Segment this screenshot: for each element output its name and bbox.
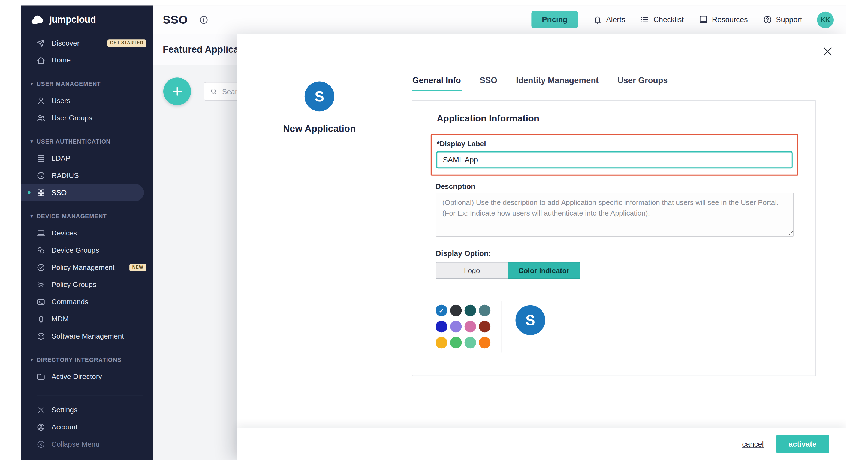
color-swatch[interactable] (436, 337, 447, 349)
color-swatch[interactable] (450, 321, 462, 332)
pricing-button[interactable]: Pricing (532, 11, 578, 28)
badge: GET STARTED (107, 39, 146, 47)
jumpcloud-cloud-icon (31, 14, 45, 26)
sidebar-item-policy-groups[interactable]: Policy Groups (21, 276, 153, 293)
sidebar-item-active-directory[interactable]: Active Directory (21, 368, 153, 385)
radius-icon (36, 171, 45, 179)
app-preview: S New Application (250, 81, 389, 135)
sidebar-item-label: Account (52, 423, 78, 431)
alerts-label: Alerts (606, 16, 625, 24)
modal-tabs: General InfoSSOIdentity ManagementUser G… (412, 72, 669, 91)
sidebar-item-label: Devices (52, 229, 77, 237)
search-icon (210, 87, 218, 96)
color-swatch[interactable] (479, 305, 490, 317)
sidebar-item-radius[interactable]: RADIUS (21, 167, 153, 184)
user-groups-icon (36, 113, 45, 122)
ldap-icon (36, 154, 45, 162)
sidebar-section-user-management[interactable]: ▾USER MANAGEMENT (21, 75, 153, 92)
support-button[interactable]: Support (763, 15, 802, 25)
sidebar-item-label: LDAP (52, 154, 70, 162)
app-window: jumpcloud DiscoverGET STARTEDHome▾USER M… (21, 5, 846, 460)
description-label: Description (436, 182, 475, 191)
sidebar-item-label: Active Directory (52, 372, 102, 381)
settings-icon (36, 405, 45, 414)
card-title: Application Information (437, 113, 539, 124)
display-label-group: *Display Label (431, 134, 798, 175)
sidebar-item-software-management[interactable]: Software Management (21, 327, 153, 345)
bell-icon (593, 15, 602, 25)
sidebar-item-label: MDM (52, 315, 69, 323)
sidebar-section-directory-integrations[interactable]: ▾DIRECTORY INTEGRATIONS (21, 351, 153, 368)
users-icon (36, 96, 45, 105)
sidebar-item-label: Users (52, 96, 70, 105)
resources-button[interactable]: Resources (699, 15, 748, 25)
description-textarea[interactable] (436, 193, 794, 237)
chevron-down-icon: ▾ (31, 138, 33, 144)
color-swatch[interactable] (436, 321, 447, 332)
sidebar-item-label: Policy Management (52, 263, 115, 271)
modal-footer: cancel activate (237, 428, 846, 460)
color-swatch[interactable] (465, 305, 476, 317)
sidebar-item-users[interactable]: Users (21, 92, 153, 109)
add-application-button[interactable] (163, 78, 191, 105)
color-swatch[interactable] (479, 321, 490, 332)
sidebar-item-label: SSO (52, 188, 67, 197)
sidebar-item-account[interactable]: Account (21, 418, 153, 435)
sidebar-item-collapse-menu[interactable]: Collapse Menu (21, 435, 153, 453)
sidebar-item-mdm[interactable]: MDM (21, 310, 153, 327)
support-label: Support (776, 16, 802, 24)
sidebar-section-user-authentication[interactable]: ▾USER AUTHENTICATION (21, 132, 153, 149)
sidebar-item-label: Collapse Menu (52, 440, 99, 448)
account-icon (36, 423, 45, 431)
policy-management-icon (36, 263, 45, 272)
badge: NEW (129, 264, 146, 271)
cancel-button[interactable]: cancel (742, 440, 764, 448)
user-avatar[interactable]: KK (817, 11, 834, 28)
alerts-button[interactable]: Alerts (593, 15, 625, 25)
sidebar-item-sso[interactable]: SSO (21, 184, 144, 201)
sidebar-bottom: SettingsAccountCollapse Menu (21, 396, 153, 460)
check-icon: ✓ (439, 307, 444, 314)
tab-identity-management[interactable]: Identity Management (516, 72, 599, 91)
chevron-down-icon: ▾ (31, 81, 33, 86)
color-indicator-option-button[interactable]: Color Indicator (507, 262, 580, 279)
brand-name: jumpcloud (49, 14, 96, 26)
tab-user-groups[interactable]: User Groups (617, 72, 669, 91)
sidebar-item-settings[interactable]: Settings (21, 401, 153, 418)
sidebar-item-ldap[interactable]: LDAP (21, 149, 153, 167)
sidebar-divider (36, 396, 143, 396)
sidebar-nav: DiscoverGET STARTEDHome▾USER MANAGEMENTU… (21, 34, 153, 396)
checklist-button[interactable]: Checklist (640, 15, 684, 25)
color-swatch[interactable] (450, 305, 462, 317)
sidebar-item-home[interactable]: Home (21, 52, 153, 69)
page-title: SSO (163, 13, 188, 26)
sidebar-item-user-groups[interactable]: User Groups (21, 109, 153, 126)
sidebar-item-device-groups[interactable]: Device Groups (21, 241, 153, 259)
app-icon: S (305, 81, 335, 111)
chevron-down-icon: ▾ (31, 213, 33, 219)
sidebar-section-device-management[interactable]: ▾DEVICE MANAGEMENT (21, 207, 153, 224)
color-swatch[interactable] (450, 337, 462, 349)
color-swatch[interactable] (465, 321, 476, 332)
display-label-input[interactable] (436, 151, 793, 168)
tab-general-info[interactable]: General Info (412, 72, 462, 91)
tab-sso[interactable]: SSO (479, 72, 498, 91)
color-swatch[interactable] (465, 337, 476, 349)
sidebar-item-label: Discover (52, 39, 80, 47)
color-swatch-grid: ✓ (436, 305, 490, 348)
brand-logo[interactable]: jumpcloud (21, 5, 153, 34)
close-button[interactable] (822, 46, 834, 58)
color-swatch[interactable] (479, 337, 490, 349)
activate-button[interactable]: activate (776, 435, 829, 453)
checklist-label: Checklist (653, 16, 684, 24)
sidebar-item-policy-management[interactable]: Policy ManagementNEW (21, 259, 153, 276)
commands-icon (36, 297, 45, 306)
color-swatch-selected[interactable]: ✓ (436, 305, 447, 317)
info-icon[interactable] (199, 15, 209, 25)
logo-option-button[interactable]: Logo (436, 262, 507, 279)
sidebar-item-devices[interactable]: Devices (21, 224, 153, 241)
sidebar-item-label: Policy Groups (52, 280, 96, 288)
sidebar-item-discover[interactable]: DiscoverGET STARTED (21, 34, 153, 52)
sidebar-item-commands[interactable]: Commands (21, 293, 153, 310)
display-option-label: Display Option: (436, 250, 491, 258)
